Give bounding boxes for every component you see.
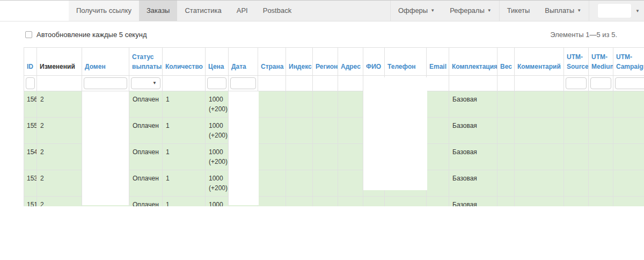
caret-down-icon: ▼ (635, 9, 640, 13)
column-header-country[interactable]: Страна (258, 48, 286, 76)
cell-changes: 2 (37, 91, 82, 118)
cell-price: 1000(+200) (206, 118, 229, 144)
nav-item-referrals-label: Рефералы (450, 6, 485, 15)
column-header-email[interactable]: Email (427, 48, 449, 76)
column-header-fio[interactable]: ФИО (363, 48, 385, 76)
cell-quantity: 1 (163, 144, 206, 170)
filter-utm-source-input[interactable] (566, 77, 587, 89)
column-header-utm-medium[interactable]: UTM-Medium (589, 48, 613, 76)
cell-changes: 2 (37, 118, 82, 144)
cell-payment-status: Оплачен (129, 197, 163, 207)
cell-payment-status: Оплачен (129, 144, 163, 170)
nav-item-payouts-label: Выплаты (545, 6, 574, 15)
cell-payment-status: Оплачен (129, 170, 163, 197)
column-header-utm-source[interactable]: UTM-Source (564, 48, 589, 76)
cell-package: Базовая (449, 118, 497, 144)
filter-utm-campaign-input[interactable] (615, 77, 644, 89)
cell-order-id: 153 (24, 170, 37, 197)
column-header-utm-campaign[interactable]: UTM-Campaign (613, 48, 644, 76)
nav-item-tickets[interactable]: Тикеты (499, 1, 538, 21)
cell-price: 1000(+200) (206, 144, 229, 170)
cell-changes: 2 (37, 144, 82, 170)
filter-id-input[interactable] (26, 77, 35, 89)
caret-down-icon: ▼ (430, 8, 435, 13)
cell-package: Базовая (449, 197, 497, 207)
cell-order-id: 156 (24, 91, 37, 118)
cell-quantity: 1 (163, 170, 206, 197)
price-value: 1000 (209, 122, 223, 129)
caret-down-icon: ▼ (152, 81, 157, 85)
cell-price: 1000(+200) (206, 170, 229, 197)
items-count-summary: Элементы 1—5 из 5. (550, 31, 617, 39)
filter-utm-medium-input[interactable] (590, 77, 611, 89)
header-row: ID Изменений Домен Статус выплаты Количе… (24, 48, 644, 76)
logo-placeholder (0, 1, 69, 21)
cell-order-id: 155 (24, 118, 37, 144)
user-menu[interactable]: ▼ (589, 1, 644, 21)
nav-item-offers[interactable]: Офферы▼ (390, 1, 442, 21)
price-bonus-value: (+200) (209, 132, 228, 139)
redaction-domain-column (82, 91, 129, 205)
price-value: 1000 (209, 201, 223, 206)
price-value: 1000 (209, 175, 223, 182)
navbar-right-group: Офферы▼ Рефералы▼ Тикеты Выплаты▼ ▼ (390, 1, 644, 21)
filter-payment-status-select[interactable]: ▼ (131, 77, 160, 89)
price-value: 1000 (209, 96, 223, 103)
column-header-id[interactable]: ID (24, 48, 37, 76)
nav-item-offers-label: Офферы (398, 6, 428, 15)
username-placeholder (598, 4, 631, 18)
autorefresh-label: Автообновление каждые 5 секунд (36, 31, 147, 39)
column-header-date[interactable]: Дата (229, 48, 258, 76)
column-header-payment-status[interactable]: Статус выплаты (129, 48, 163, 76)
cell-order-id: 154 (24, 144, 37, 170)
filter-date-input[interactable] (230, 77, 256, 89)
nav-item-api[interactable]: API (229, 1, 255, 21)
column-header-region[interactable]: Регион (313, 48, 338, 76)
filter-domain-input[interactable] (84, 77, 127, 89)
price-bonus-value: (+200) (209, 158, 228, 165)
price-bonus-value: (+200) (209, 105, 228, 113)
redaction-date-column (229, 91, 259, 205)
price-bonus-value: (+200) (209, 184, 228, 192)
filter-price-input[interactable] (207, 77, 226, 89)
cell-changes: 2 (37, 197, 82, 207)
caret-down-icon: ▼ (487, 8, 492, 13)
top-navbar: Получить ссылку Заказы Статистика API Po… (0, 0, 644, 21)
nav-item-referrals[interactable]: Рефералы▼ (442, 1, 499, 21)
column-header-quantity[interactable]: Количество (163, 48, 206, 76)
caret-down-icon: ▼ (577, 8, 581, 13)
column-header-comment[interactable]: Комментарий (515, 48, 564, 76)
column-header-phone[interactable]: Телефон (385, 48, 427, 76)
column-header-changes: Изменений (37, 48, 82, 76)
cell-price: 1000(+200) (206, 91, 229, 118)
column-header-domain[interactable]: Домен (82, 48, 129, 76)
nav-item-get-link[interactable]: Получить ссылку (69, 1, 139, 21)
column-header-package[interactable]: Комплектация (449, 48, 497, 76)
nav-item-statistics[interactable]: Статистика (177, 1, 229, 21)
autorefresh-toggle[interactable]: Автообновление каждые 5 секунд (25, 31, 147, 39)
cell-payment-status: Оплачен (129, 91, 163, 118)
table-toolbar: Автообновление каждые 5 секунд Элементы … (0, 29, 644, 46)
column-header-price[interactable]: Цена (206, 48, 229, 76)
cell-package: Базовая (449, 144, 497, 170)
filter-row: ▼ (24, 76, 644, 91)
nav-item-payouts[interactable]: Выплаты▼ (537, 1, 589, 21)
redaction-fio-phone-columns (363, 77, 427, 190)
cell-price: 1000(+200) (206, 197, 229, 207)
nav-item-orders[interactable]: Заказы (139, 1, 177, 21)
nav-item-postback[interactable]: Postback (255, 1, 299, 21)
column-header-zip[interactable]: Индекс (286, 48, 313, 76)
cell-order-id: 151 (24, 197, 37, 207)
cell-payment-status: Оплачен (129, 118, 163, 144)
column-header-weight[interactable]: Вес (497, 48, 515, 76)
cell-quantity: 1 (163, 91, 206, 118)
price-value: 1000 (209, 148, 223, 156)
cell-quantity: 1 (163, 118, 206, 144)
autorefresh-checkbox[interactable] (25, 31, 32, 38)
cell-package: Базовая (449, 170, 497, 197)
column-header-address[interactable]: Адрес (338, 48, 363, 76)
cell-changes: 2 (37, 170, 82, 197)
cell-quantity: 1 (163, 197, 206, 207)
cell-package: Базовая (449, 91, 497, 118)
orders-table-container: ID Изменений Домен Статус выплаты Количе… (24, 47, 644, 206)
